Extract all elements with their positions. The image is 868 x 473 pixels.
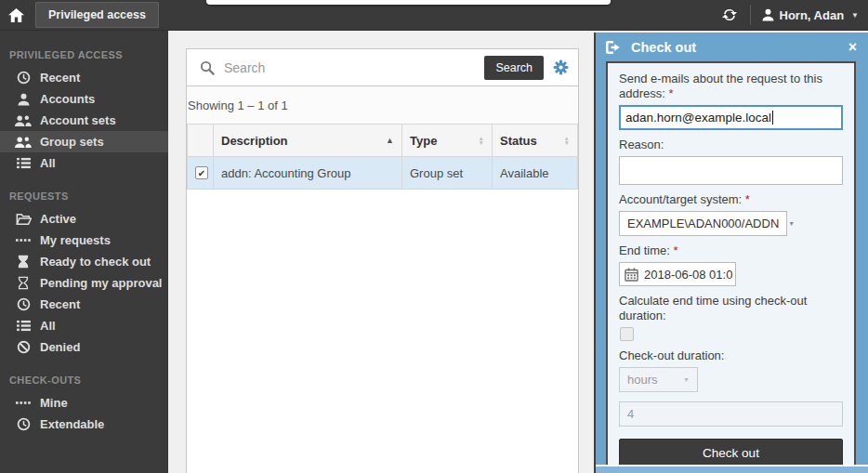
sidebar-item-all[interactable]: All: [0, 152, 168, 174]
duration-amount-input: 4: [619, 401, 843, 427]
end-time-label: End time: *: [619, 243, 843, 258]
sidebar-item-label: Active: [40, 212, 76, 226]
reason-label: Reason:: [619, 138, 843, 152]
account-select[interactable]: EXAMPLE\ADAN000/ADDN ▼: [619, 211, 787, 236]
ellipsis-icon: [15, 397, 32, 409]
search-icon: [200, 60, 215, 75]
refresh-icon: [722, 7, 737, 22]
row-status: Available: [493, 157, 578, 190]
home-icon: [8, 8, 24, 22]
user-menu[interactable]: Horn, Adan ▼: [751, 0, 868, 30]
sidebar-item-account-sets[interactable]: Account sets: [0, 110, 168, 131]
sidebar-item-label: Mine: [40, 396, 68, 410]
gear-icon: [553, 59, 569, 75]
sidebar-item-label: Extendable: [40, 417, 104, 431]
sidebar-item-label: My requests: [40, 233, 111, 247]
sidebar-item-ready-to-check-out[interactable]: Ready to check out: [0, 251, 168, 272]
sidebar-item-label: Ready to check out: [40, 255, 151, 269]
caret-down-icon: ▼: [683, 376, 690, 383]
sidebar-item-extendable[interactable]: Extendable: [0, 414, 168, 435]
panel-title: Check out: [631, 40, 839, 55]
ban-icon: [15, 340, 32, 354]
sidebar-item-label: Denied: [40, 340, 80, 354]
folder-open-icon: [15, 213, 32, 226]
required-mark: *: [674, 243, 678, 257]
home-button[interactable]: [0, 0, 32, 31]
sidebar-item-label: All: [40, 319, 56, 333]
sort-icon: ▲▼: [479, 136, 484, 145]
section-header-requests: REQUESTS: [0, 181, 168, 208]
calc-end-time-checkbox[interactable]: [620, 327, 634, 341]
sidebar-item-label: Group sets: [40, 135, 104, 149]
sidebar-item-recent[interactable]: Recent: [0, 67, 168, 88]
user-icon: [762, 8, 774, 21]
results-card: Search Showing 1 – 1 of 1 Description ▲ …: [186, 48, 579, 473]
panel-header: Check out ×: [596, 33, 868, 61]
row-checkbox[interactable]: ✔: [195, 166, 208, 179]
calc-end-time-label: Calculate end time using check-out durat…: [619, 294, 843, 323]
close-icon[interactable]: ×: [848, 41, 857, 54]
users-icon: [15, 114, 32, 127]
clock-icon: [15, 417, 32, 431]
table-row[interactable]: ✔ addn: Accounting Group Group set Avail…: [188, 157, 578, 190]
list-icon: [15, 157, 32, 169]
sidebar-item-label: Recent: [40, 297, 80, 311]
sidebar-item-recent-requests[interactable]: Recent: [0, 294, 168, 315]
sidebar-item-all-requests[interactable]: All: [0, 315, 168, 336]
search-button[interactable]: Search: [484, 56, 544, 80]
table-header-row: Description ▲ Type ▲▼ Status ▲▼: [188, 125, 578, 157]
section-header-check-outs: CHECK-OUTS: [0, 365, 168, 392]
sort-asc-icon: ▲: [386, 136, 394, 145]
check-out-button[interactable]: Check out: [619, 439, 843, 467]
duration-unit-select: hours ▼: [619, 367, 698, 392]
sidebar-item-denied[interactable]: Denied: [0, 336, 168, 358]
sidebar-item-label: Accounts: [40, 92, 95, 106]
ellipsis-icon: [15, 234, 32, 246]
sidebar-item-pending-my-approval[interactable]: Pending my approval: [0, 272, 168, 294]
sidebar-item-mine[interactable]: Mine: [0, 392, 168, 414]
browser-chrome-notch: [206, 0, 611, 5]
caret-down-icon: ▼: [788, 220, 795, 227]
search-input[interactable]: [224, 60, 484, 75]
user-caret-icon: ▼: [851, 11, 859, 20]
reason-input[interactable]: [619, 156, 843, 185]
end-time-picker[interactable]: 2018-06-08 01:0: [619, 262, 736, 286]
sidebar-item-label: All: [40, 156, 56, 170]
sidebar-item-label: Account sets: [40, 113, 116, 127]
sidebar-item-label: Pending my approval: [40, 276, 162, 290]
row-description: addn: Accounting Group: [214, 157, 402, 190]
sidebar-item-group-sets[interactable]: Group sets: [0, 131, 168, 152]
select-column-header: [188, 125, 214, 157]
sidebar-item-label: Recent: [40, 71, 80, 85]
duration-label: Check-out duration:: [619, 348, 843, 363]
sort-icon: ▲▼: [564, 136, 570, 145]
search-settings-button[interactable]: [553, 59, 569, 75]
email-input[interactable]: adan.horn@example.local: [619, 105, 843, 130]
calendar-icon: [625, 268, 638, 282]
sign-out-icon: [605, 40, 622, 55]
column-header-description[interactable]: Description ▲: [214, 125, 402, 157]
sidebar-item-accounts[interactable]: Accounts: [0, 88, 168, 110]
clock-icon: [15, 297, 32, 311]
account-label: Account/target system: *: [619, 192, 843, 207]
column-header-status[interactable]: Status ▲▼: [493, 125, 578, 157]
results-table: Description ▲ Type ▲▼ Status ▲▼ ✔ addn: …: [187, 124, 578, 190]
search-bar: Search: [187, 49, 578, 86]
sidebar-item-my-requests[interactable]: My requests: [0, 230, 168, 251]
users-icon: [15, 136, 32, 149]
email-label: Send e-mails about the request to this a…: [619, 72, 843, 101]
sidebar-item-active[interactable]: Active: [0, 208, 168, 230]
hourglass-outline-icon: [15, 276, 32, 290]
sidebar: PRIVILEGED ACCESS Recent Accounts Accoun…: [0, 31, 168, 473]
privileged-access-button[interactable]: Privileged access: [35, 2, 159, 28]
section-header-privileged-access: PRIVILEGED ACCESS: [0, 40, 168, 67]
row-select-cell: ✔: [188, 157, 214, 190]
panel-footer: [596, 465, 868, 473]
refresh-button[interactable]: [709, 0, 750, 30]
row-type: Group set: [402, 157, 493, 190]
required-mark: *: [669, 86, 674, 100]
column-header-type[interactable]: Type ▲▼: [402, 125, 493, 157]
required-mark: *: [745, 192, 750, 206]
list-icon: [15, 320, 32, 332]
hourglass-filled-icon: [15, 255, 32, 269]
